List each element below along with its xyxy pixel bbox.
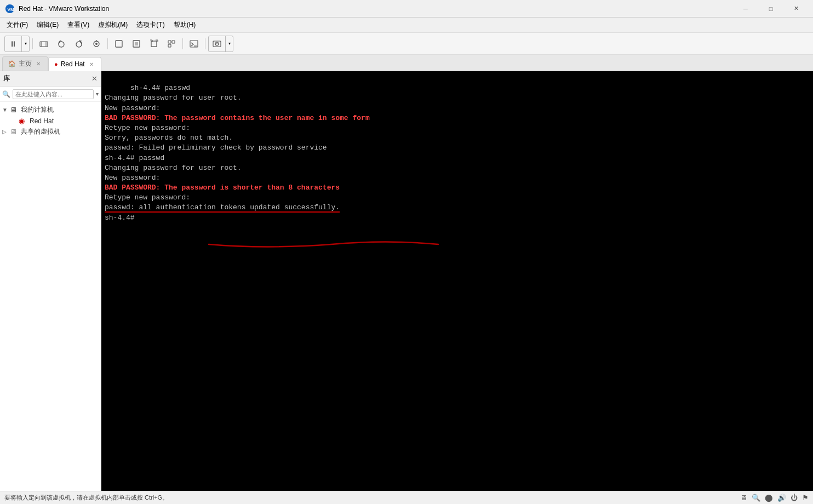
open-terminal-button[interactable] [186,36,202,51]
sidebar-title: 库 [3,74,10,83]
fit-vm-button[interactable] [146,36,162,51]
terminal-line-6: Sorry, passwords do not match. [105,134,233,142]
sidebar-item-my-computer[interactable]: ▼ 🖥 我的计算机 [0,104,101,116]
svg-point-5 [59,42,64,47]
tab-home[interactable]: 🏠 主页 ✕ [2,56,48,71]
redhat-tab-icon: ● [54,61,58,67]
maximize-button[interactable]: □ [758,0,783,18]
pause-dropdown[interactable]: ▾ [21,36,29,51]
app-icon: VM [4,3,15,14]
status-bar: 要将输入定向到该虚拟机，请在虚拟机内部单击或按 Ctrl+G。 🖥 🔍 ⬤ 🔊 … [0,491,813,504]
status-message: 要将输入定向到该虚拟机，请在虚拟机内部单击或按 Ctrl+G。 [4,494,740,502]
svg-point-6 [76,42,82,47]
menu-vm[interactable]: 虚拟机(M) [94,19,132,31]
unity-button[interactable] [163,36,180,51]
single-view-button[interactable] [128,36,145,51]
fullscreen-button[interactable] [111,36,127,51]
svg-rect-14 [168,41,171,43]
terminal-line-9: Changing password for user root. [105,164,242,172]
terminal-line-13: passwd: all authentication tokens update… [105,203,340,213]
menu-view[interactable]: 查看(V) [63,19,94,31]
tab-home-label: 主页 [19,59,32,68]
sidebar-item-shared-vms[interactable]: ▷ 🖥 共享的虚拟机 [0,126,101,138]
view-button[interactable] [209,36,225,51]
tab-redhat[interactable]: ● Red Hat ✕ [48,57,101,71]
toolbar: ⏸ ▾ ▾ [0,33,813,55]
computer-icon: 🖥 [10,106,19,114]
status-icons: 🖥 🔍 ⬤ 🔊 ⏻ ⚑ [740,494,809,502]
view-dropdown[interactable]: ▾ [225,36,233,51]
terminal-area[interactable]: sh-4.4# passwd Changing password for use… [101,71,813,491]
power-icon[interactable]: ⏻ [791,494,798,502]
my-computer-label: 我的计算机 [21,105,54,114]
pause-button[interactable]: ⏸ [5,36,21,51]
terminal-line-11: BAD PASSWORD: The password is shorter th… [105,184,340,192]
shared-icon: 🖥 [10,128,19,136]
svg-rect-15 [172,41,175,43]
minimize-button[interactable]: ─ [733,0,758,18]
terminal-line-1: sh-4.4# passwd [130,84,190,92]
separator-1 [32,38,33,49]
tab-bar: 🏠 主页 ✕ ● Red Hat ✕ [0,55,813,71]
sound-icon[interactable]: 🔊 [777,494,786,502]
menu-file[interactable]: 文件(F) [2,19,32,31]
terminal-line-2: Changing password for user root. [105,94,242,102]
separator-3 [182,38,183,49]
send-ctrl-alt-del-button[interactable] [36,36,52,51]
close-button[interactable]: ✕ [783,0,809,18]
terminal-line-10: New password: [105,174,160,182]
terminal-line-12: Retype new password: [105,193,190,202]
main-area: 库 ✕ 🔍 ▾ ▼ 🖥 我的计算机 ◉ Red Hat ▷ 🖥 [0,71,813,491]
svg-rect-16 [168,44,171,47]
sidebar-search: 🔍 ▾ [0,87,101,102]
menu-help[interactable]: 帮助(H) [169,19,201,31]
terminal-line-4: BAD PASSWORD: The password contains the … [105,114,370,122]
window-controls: ─ □ ✕ [733,0,809,18]
search-input[interactable] [13,89,94,99]
redhat-icon: ◉ [19,117,27,125]
home-icon: 🏠 [8,60,16,67]
pause-group: ⏸ ▾ [4,36,30,52]
terminal-line-3: New password: [105,104,160,112]
terminal-line-8: sh-4.4# passwd [105,154,164,162]
revert-snapshot-button[interactable] [53,36,70,51]
terminal-line-5: Retype new password: [105,124,190,132]
menu-tabs[interactable]: 选项卡(T) [132,19,169,31]
separator-4 [205,38,205,49]
search-dropdown-icon[interactable]: ▾ [96,91,99,97]
view-group: ▾ [208,36,233,52]
usb-icon[interactable]: ⬤ [765,494,773,502]
separator-2 [107,38,108,49]
menu-bar: 文件(F) 编辑(E) 查看(V) 虚拟机(M) 选项卡(T) 帮助(H) [0,18,813,33]
tab-redhat-label: Red Hat [61,60,85,68]
shared-expand-icon: ▷ [2,129,10,135]
title-bar: VM Red Hat - VMware Workstation ─ □ ✕ [0,0,813,18]
sidebar: 库 ✕ 🔍 ▾ ▼ 🖥 我的计算机 ◉ Red Hat ▷ 🖥 [0,71,101,491]
svg-text:VM: VM [8,7,14,12]
shared-vms-label: 共享的虚拟机 [21,127,60,136]
manage-snapshots-button[interactable] [88,36,105,51]
terminal-line-7: passwd: Failed preliminary check by pass… [105,144,327,152]
take-snapshot-button[interactable] [71,36,87,51]
terminal-line-14: sh-4.4# [105,214,139,222]
svg-rect-12 [135,42,138,45]
expand-icon: ▼ [2,107,10,113]
sidebar-header: 库 ✕ [0,71,101,87]
window-title: Red Hat - VMware Workstation [19,5,733,13]
zoom-icon[interactable]: 🔍 [752,494,760,502]
menu-edit[interactable]: 编辑(E) [32,19,63,31]
svg-point-8 [95,43,98,45]
sidebar-item-redhat[interactable]: ◉ Red Hat [0,116,101,126]
sidebar-close-button[interactable]: ✕ [91,75,98,83]
svg-rect-2 [40,42,48,47]
tab-redhat-close[interactable]: ✕ [88,60,95,68]
network-icon[interactable]: 🖥 [740,494,747,502]
sidebar-tree: ▼ 🖥 我的计算机 ◉ Red Hat ▷ 🖥 共享的虚拟机 [0,102,101,491]
flag-icon[interactable]: ⚑ [802,494,809,502]
tab-home-close[interactable]: ✕ [35,60,42,68]
search-icon: 🔍 [2,90,10,98]
redhat-label: Red Hat [30,117,54,125]
annotated-success-line: passwd: all authentication tokens update… [105,203,340,213]
svg-point-21 [216,43,217,44]
svg-rect-10 [116,41,122,47]
